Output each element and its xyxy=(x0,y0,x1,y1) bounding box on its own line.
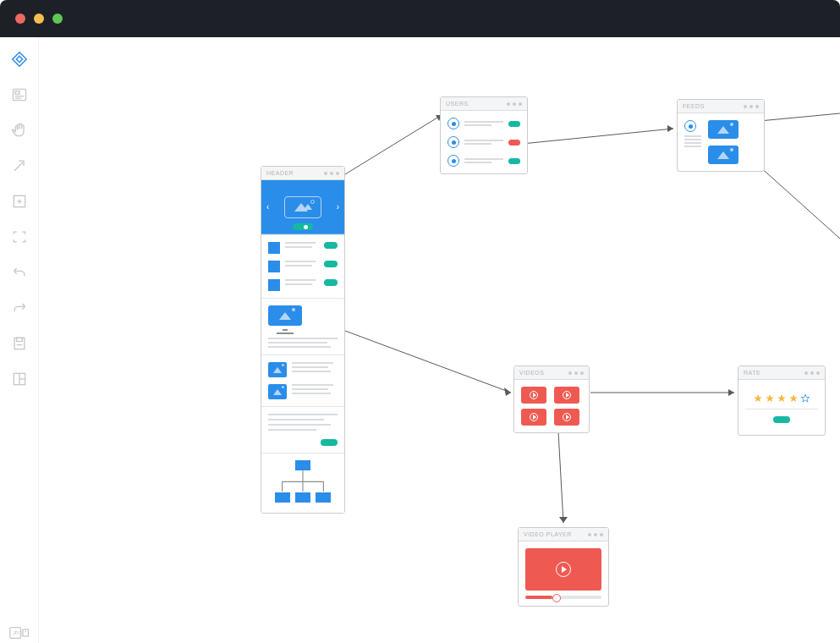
avatar-icon xyxy=(684,120,696,132)
tool-sidebar: JPG xyxy=(0,37,39,643)
image-thumbnail-icon xyxy=(708,146,738,164)
list-section xyxy=(261,234,344,298)
window-titlebar xyxy=(0,0,840,37)
zoom-in-icon[interactable] xyxy=(9,191,30,212)
star-icon xyxy=(753,392,763,402)
card-title: VIDEOS xyxy=(519,370,544,376)
card-title: VIDEO PLAYER xyxy=(524,531,572,537)
status-pill[interactable] xyxy=(508,140,520,146)
play-icon xyxy=(556,562,571,577)
svg-rect-8 xyxy=(14,338,25,349)
close-icon[interactable] xyxy=(15,14,25,24)
svg-marker-28 xyxy=(504,387,511,396)
image-thumbnail-icon xyxy=(268,362,287,377)
arrow-icon[interactable] xyxy=(9,156,30,176)
star-icon xyxy=(800,392,810,402)
thumbnail-icon xyxy=(268,242,280,254)
card-title: USERS xyxy=(446,101,469,107)
sitemap-section xyxy=(261,453,344,513)
tree-node-icon xyxy=(275,492,290,503)
svg-line-18 xyxy=(345,115,442,174)
svg-line-27 xyxy=(345,331,511,393)
cta-button[interactable] xyxy=(321,439,338,446)
tree-node-icon xyxy=(295,460,310,470)
hero-carousel: ‹ › xyxy=(261,180,344,234)
toggle-icon[interactable] xyxy=(293,223,313,230)
video-thumbnail[interactable] xyxy=(554,387,579,404)
rate-mockup-card[interactable]: RATE xyxy=(738,365,826,436)
video-player-mockup-card[interactable]: VIDEO PLAYER xyxy=(518,527,609,607)
paragraph-section xyxy=(261,406,344,453)
svg-rect-9 xyxy=(16,338,22,341)
card-header: USERS xyxy=(441,97,527,111)
star-icon xyxy=(765,392,775,402)
submit-button[interactable] xyxy=(773,416,790,423)
thumbnail-icon xyxy=(268,279,280,291)
wireframe-icon[interactable] xyxy=(9,85,30,105)
tree-node-icon xyxy=(316,492,331,503)
card-header: RATE xyxy=(738,366,825,380)
chevron-right-icon[interactable]: › xyxy=(337,202,339,212)
list-item xyxy=(268,279,338,291)
svg-line-31 xyxy=(558,431,563,523)
svg-marker-32 xyxy=(559,517,568,523)
redo-icon[interactable] xyxy=(9,298,30,318)
videos-mockup-card[interactable]: VIDEOS xyxy=(513,365,590,433)
image-thumbnail-icon xyxy=(708,120,738,139)
pill-button[interactable] xyxy=(324,279,338,286)
card-title: RATE xyxy=(744,370,760,376)
card-header: FEEDS xyxy=(678,100,764,113)
avatar-icon xyxy=(447,136,459,148)
svg-marker-22 xyxy=(667,125,673,132)
user-row xyxy=(447,155,520,167)
video-screen[interactable] xyxy=(525,548,601,591)
minimize-icon[interactable] xyxy=(34,14,44,24)
video-thumbnail[interactable] xyxy=(554,409,579,426)
undo-icon[interactable] xyxy=(9,262,30,283)
hand-icon[interactable] xyxy=(9,120,30,140)
export-icon[interactable]: JPG xyxy=(9,623,30,643)
feeds-mockup-card[interactable]: FEEDS xyxy=(677,99,765,172)
star-rating[interactable] xyxy=(745,392,818,402)
maximize-icon[interactable] xyxy=(52,14,63,24)
image-placeholder-icon xyxy=(284,196,321,218)
image-thumbnail-icon xyxy=(268,384,287,399)
layout-icon[interactable] xyxy=(9,369,30,389)
chevron-left-icon[interactable]: ‹ xyxy=(266,202,269,212)
user-row xyxy=(447,136,520,148)
progress-bar[interactable] xyxy=(525,596,601,599)
logo-icon[interactable] xyxy=(9,49,30,69)
thumbnail-icon xyxy=(268,261,280,272)
status-pill[interactable] xyxy=(508,158,520,164)
list-item xyxy=(268,242,338,254)
pill-button[interactable] xyxy=(324,261,338,267)
svg-text:JPG: JPG xyxy=(13,630,22,635)
star-icon xyxy=(777,392,787,402)
play-icon xyxy=(530,413,538,421)
save-icon[interactable] xyxy=(9,333,30,354)
svg-line-4 xyxy=(14,162,23,171)
video-thumbnail[interactable] xyxy=(521,387,546,404)
monitor-icon xyxy=(268,305,302,326)
tree-node-icon xyxy=(295,492,310,503)
play-icon xyxy=(563,413,571,421)
thumbnail-list-section xyxy=(261,354,344,406)
users-mockup-card[interactable]: USERS xyxy=(440,96,528,174)
feature-section xyxy=(261,298,344,354)
card-header: HEADER xyxy=(261,167,344,180)
svg-marker-30 xyxy=(728,389,734,396)
card-title: FEEDS xyxy=(683,103,705,109)
pill-button[interactable] xyxy=(324,242,338,249)
svg-point-17 xyxy=(25,631,26,633)
play-icon xyxy=(530,391,538,399)
avatar-icon xyxy=(447,155,459,167)
card-title: HEADER xyxy=(266,170,294,176)
avatar-icon xyxy=(447,118,459,129)
header-mockup-card[interactable]: HEADER ‹ › xyxy=(261,166,345,514)
svg-rect-1 xyxy=(15,91,19,94)
play-icon xyxy=(563,391,571,399)
status-pill[interactable] xyxy=(508,121,520,127)
frame-icon[interactable] xyxy=(9,227,30,247)
canvas[interactable]: HEADER ‹ › xyxy=(39,37,840,643)
video-thumbnail[interactable] xyxy=(521,409,546,426)
